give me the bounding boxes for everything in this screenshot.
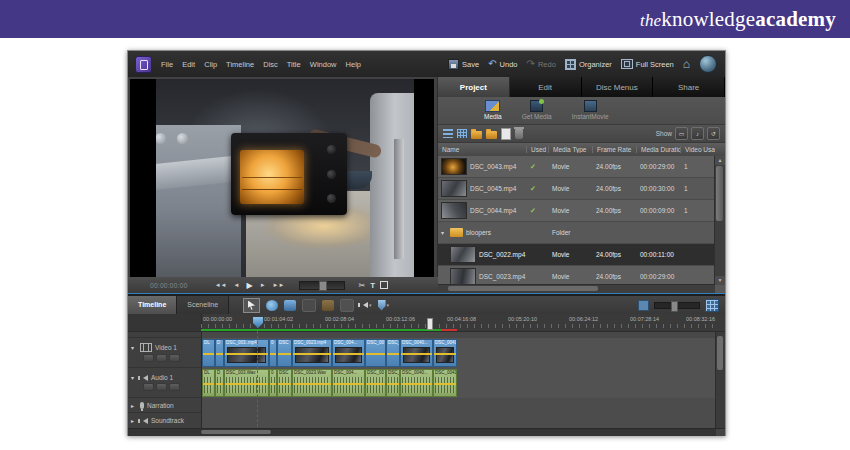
timeline-horizontal-scrollbar[interactable] <box>201 430 271 434</box>
redo-button[interactable]: ↷ Redo <box>527 60 556 69</box>
video-clip[interactable]: DL <box>202 339 215 367</box>
track-narration[interactable] <box>202 398 716 414</box>
zoom-slider-handle[interactable] <box>671 301 678 312</box>
video-clip[interactable]: DSC_003..mp4 <box>224 339 269 367</box>
smart-trim-tool-icon[interactable] <box>302 299 316 312</box>
home-icon[interactable]: ⌂ <box>683 57 690 71</box>
video-clip[interactable]: DSC_0040... <box>400 339 433 367</box>
undo-button[interactable]: ↶ Undo <box>488 60 517 69</box>
table-row[interactable]: DSC_0023.mp4 Movie 24.00fps 00:00:29:00 <box>438 266 715 285</box>
selection-tool[interactable] <box>243 298 260 313</box>
shuttle-handle[interactable] <box>319 281 327 291</box>
new-folder-icon[interactable] <box>471 131 482 139</box>
keyframe-nav-buttons[interactable] <box>143 354 201 362</box>
audio-clip[interactable]: DSC_0023.Wav <box>292 369 332 397</box>
go-to-next-button[interactable]: ►► <box>273 282 285 288</box>
video-clip[interactable]: 0 <box>269 339 277 367</box>
track-video1[interactable]: DLDDSC_003..mp40DSCDSC_0023.mp4DSC_004..… <box>202 338 716 369</box>
zoom-out-icon[interactable] <box>638 300 649 311</box>
table-row[interactable]: DSC_0043.mp4 ✓ Movie 24.00fps 00:00:29:0… <box>438 156 715 178</box>
col-name[interactable]: Name <box>438 146 526 153</box>
audio-clip[interactable]: DSC_003.Wav <box>224 369 269 397</box>
video-clip[interactable]: DSC_00 <box>365 339 386 367</box>
collapse-caret-icon[interactable]: ▾ <box>441 229 447 236</box>
audio-clip[interactable]: DL <box>202 369 215 397</box>
work-area-bar[interactable] <box>201 329 441 331</box>
marker-menu-button[interactable]: ▾ <box>378 300 390 311</box>
menu-title[interactable]: Title <box>287 60 301 69</box>
video-clip[interactable]: D <box>215 339 224 367</box>
tab-edit[interactable]: Edit <box>510 77 582 97</box>
add-text-tool[interactable]: T <box>370 281 375 290</box>
audio-clip[interactable]: DSC_0040... <box>400 369 433 397</box>
timeline-vertical-scrollbar[interactable] <box>715 332 725 428</box>
step-back-button[interactable]: ◄ <box>234 282 240 288</box>
split-clip-scissors-icon[interactable]: ✂ <box>358 281 365 290</box>
audio-clip[interactable]: 0 <box>269 369 277 397</box>
expand-caret-icon[interactable]: ▾ <box>131 344 137 351</box>
menu-edit[interactable]: Edit <box>182 60 195 69</box>
col-media-duration[interactable]: Media Duration <box>636 146 680 153</box>
expand-caret-icon[interactable]: ▸ <box>131 402 137 409</box>
track-audio1[interactable]: DLDDSC_003.Wav0DSCDSC_0023.WavDSC_004...… <box>202 368 716 399</box>
freeze-frame-icon[interactable] <box>380 281 388 289</box>
audio-clip[interactable]: DSC_0041.W <box>433 369 457 397</box>
step-forward-button[interactable]: ► <box>260 282 266 288</box>
audio-tools-button[interactable]: ▾ <box>360 302 372 308</box>
keyframe-nav-buttons[interactable] <box>143 383 201 391</box>
properties-tool-icon[interactable] <box>284 300 296 311</box>
list-view-icon[interactable] <box>443 129 453 138</box>
table-horizontal-scrollbar[interactable] <box>438 284 715 293</box>
grid-view-icon[interactable] <box>457 129 467 138</box>
fullscreen-button[interactable]: Full Screen <box>621 59 674 69</box>
mixer-tool-icon[interactable] <box>340 299 354 312</box>
menu-disc[interactable]: Disc <box>263 60 278 69</box>
col-media-type[interactable]: Media Type <box>548 146 592 153</box>
timeline-zoom-slider[interactable] <box>654 302 700 309</box>
video-clip[interactable]: DSC <box>277 339 292 367</box>
instant-movie-action[interactable]: InstantMovie <box>572 100 609 120</box>
expand-caret-icon[interactable]: ▸ <box>131 417 137 424</box>
video-clip[interactable]: DSC_004... <box>332 339 365 367</box>
open-folder-icon[interactable] <box>486 131 497 139</box>
new-item-icon[interactable] <box>501 128 511 140</box>
time-stretch-tool-icon[interactable] <box>266 300 278 311</box>
tab-timeline[interactable]: Timeline <box>128 296 177 314</box>
col-used[interactable]: Used <box>526 146 548 153</box>
work-area-end-marker[interactable] <box>427 318 433 330</box>
table-row-selected[interactable]: DSC_0022.mp4 Movie 24.00fps 00:00:11:00 <box>438 244 715 266</box>
scroll-up-icon[interactable]: ▲ <box>715 156 725 165</box>
organizer-button[interactable]: Organizer <box>565 59 612 70</box>
track-header-narration[interactable]: ▸ Narration <box>128 398 201 413</box>
audio-clip[interactable]: DSC_0 <box>386 369 400 397</box>
video-clip[interactable]: DSC_0041.m <box>433 339 457 367</box>
play-button[interactable]: ▶ <box>246 281 252 290</box>
tab-disc-menus[interactable]: Disc Menus <box>582 77 654 97</box>
go-to-previous-button[interactable]: ◄◄ <box>215 282 227 288</box>
scrollbar-thumb[interactable] <box>717 336 723 370</box>
video-preview[interactable] <box>130 79 434 277</box>
menu-help[interactable]: Help <box>346 60 361 69</box>
col-frame-rate[interactable]: Frame Rate <box>592 146 636 153</box>
media-action[interactable]: Media <box>484 100 502 120</box>
col-video-usage[interactable]: Video Usage <box>680 146 715 153</box>
refresh-button[interactable]: ↺ <box>707 127 720 140</box>
scrollbar-thumb[interactable] <box>448 286 598 291</box>
scrollbar-thumb[interactable] <box>716 166 723 221</box>
menu-clip[interactable]: Clip <box>204 60 217 69</box>
video-clip[interactable]: DSC_0 <box>386 339 400 367</box>
menu-timeline[interactable]: Timeline <box>226 60 254 69</box>
audio-clip[interactable]: DSC <box>277 369 292 397</box>
menu-file[interactable]: File <box>161 60 173 69</box>
table-row[interactable]: DSC_0044.mp4 ✓ Movie 24.00fps 00:00:09:0… <box>438 200 715 222</box>
tab-sceneline[interactable]: Sceneline <box>177 296 229 314</box>
show-audio-button[interactable]: ♪ <box>691 127 704 140</box>
menu-window[interactable]: Window <box>310 60 337 69</box>
table-vertical-scrollbar[interactable]: ▲ ▼ <box>714 156 725 285</box>
audio-clip[interactable]: DSC_004... <box>332 369 365 397</box>
audio-clip[interactable]: D <box>215 369 224 397</box>
expand-caret-icon[interactable]: ▾ <box>131 374 137 381</box>
zoom-in-grid-icon[interactable] <box>705 299 719 312</box>
track-soundtrack[interactable] <box>202 413 716 429</box>
timeline-ruler[interactable]: 00:00:00:00 00:01:04:02 00:02:08:04 00:0… <box>128 314 725 332</box>
